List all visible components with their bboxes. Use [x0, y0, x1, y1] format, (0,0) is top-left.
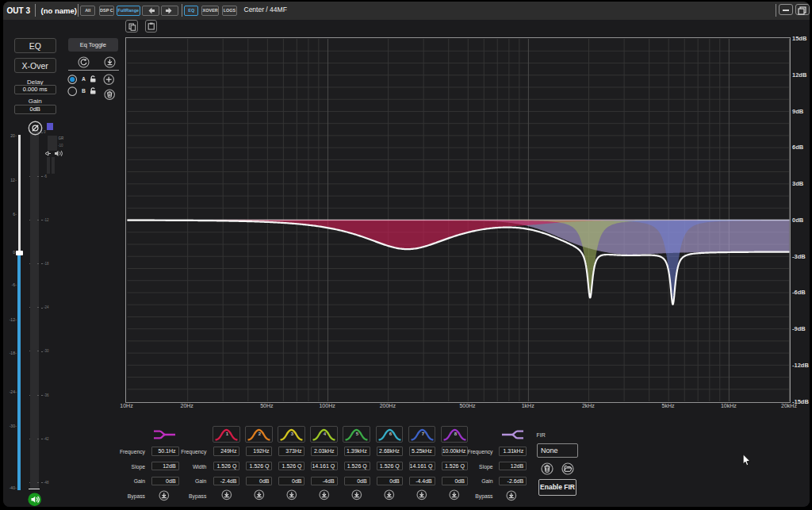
svg-text:6: 6: [389, 431, 392, 436]
svg-text:5: 5: [356, 431, 359, 436]
svg-text:4: 4: [324, 431, 327, 436]
svg-text:3: 3: [291, 431, 294, 436]
svg-text:7: 7: [421, 431, 424, 436]
svg-text:1: 1: [226, 431, 229, 436]
svg-text:8: 8: [454, 431, 457, 436]
svg-text:2: 2: [259, 431, 262, 436]
